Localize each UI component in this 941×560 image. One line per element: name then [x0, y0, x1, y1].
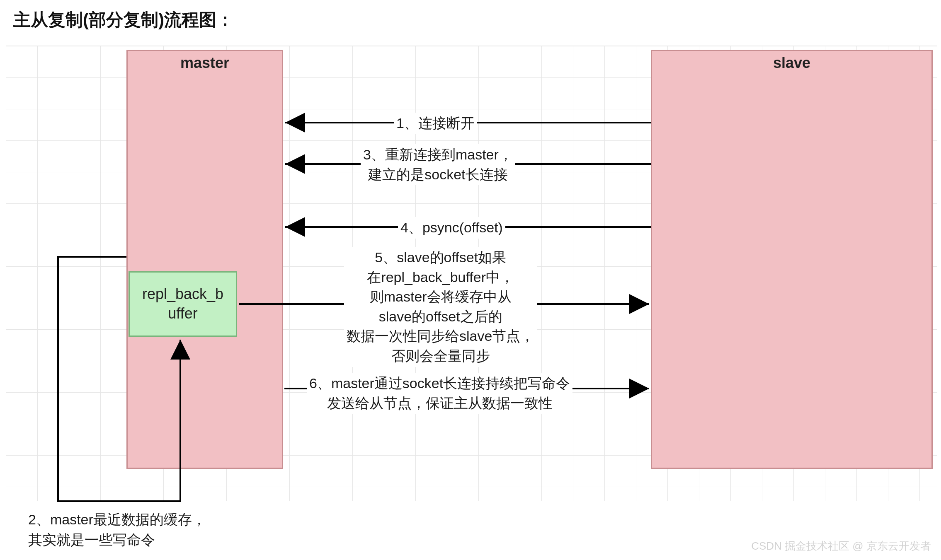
node-repl-buffer: repl_back_b uffer	[129, 271, 237, 337]
node-master-label: master	[180, 54, 229, 72]
label-step-6: 6、master通过socket长连接持续把写命令 发送给从节点，保证主从数据一…	[307, 373, 572, 414]
label-step-1: 1、连接断开	[394, 113, 477, 134]
label-step-3: 3、重新连接到master， 建立的是socket长连接	[361, 144, 515, 185]
label-step-2: 2、master最近数据的缓存， 其实就是一些写命令	[28, 509, 206, 550]
watermark: CSDN 掘金技术社区 @ 京东云开发者	[751, 539, 931, 553]
label-step-4: 4、psync(offset)	[398, 217, 505, 239]
node-master: master	[126, 50, 283, 469]
node-slave-label: slave	[773, 54, 810, 72]
node-slave: slave	[651, 50, 933, 469]
label-step-5: 5、slave的offset如果 在repl_back_buffer中， 则ma…	[344, 247, 537, 367]
page-title: 主从复制(部分复制)流程图：	[13, 8, 234, 31]
node-repl-buffer-label: repl_back_b uffer	[142, 285, 223, 323]
